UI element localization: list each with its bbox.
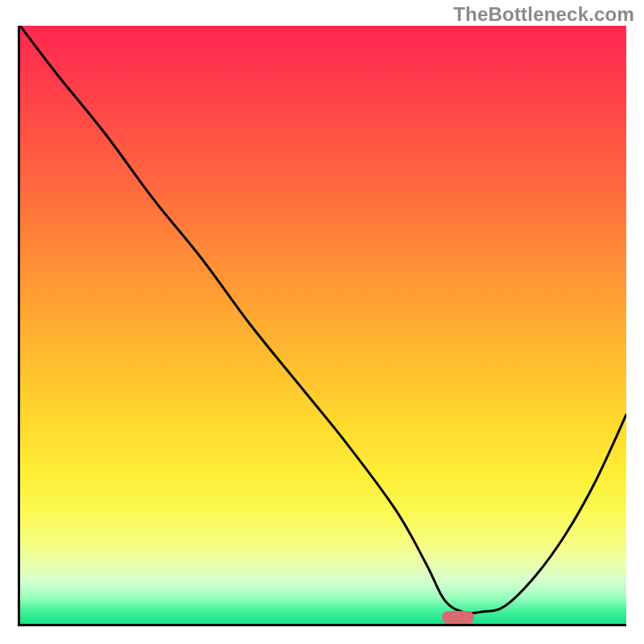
watermark-text: TheBottleneck.com: [453, 3, 634, 26]
optimum-marker: [442, 611, 474, 624]
chart-container: TheBottleneck.com: [0, 0, 644, 644]
curve-svg: [20, 26, 626, 624]
plot-area: [18, 26, 626, 626]
bottleneck-curve-path: [20, 26, 626, 613]
